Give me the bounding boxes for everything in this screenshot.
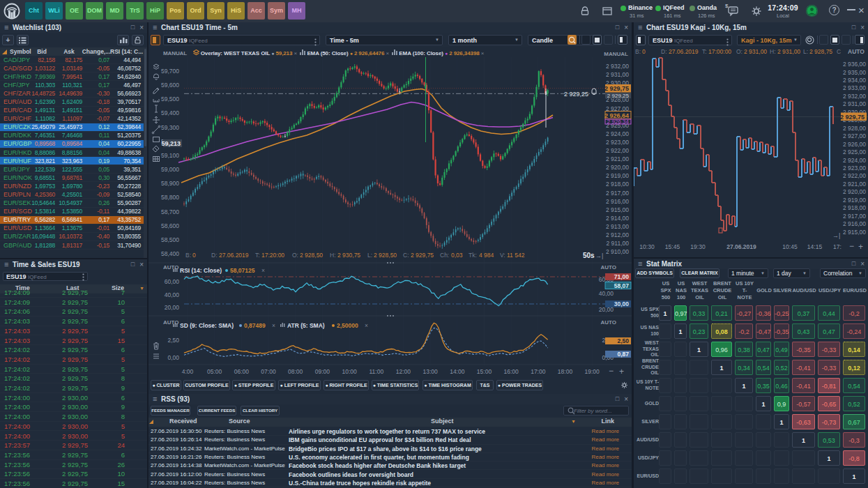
svg-text:0,87489: 0,87489: [244, 322, 266, 329]
svg-text:2 920,00: 2 920,00: [606, 164, 629, 171]
svg-text:2 928,75: 2 928,75: [809, 48, 832, 55]
svg-text:Ch:: Ch:: [440, 252, 449, 259]
svg-text:27.06.2019: 27.06.2019: [669, 48, 699, 55]
svg-text:2 921,00: 2 921,00: [606, 155, 629, 162]
svg-text:+: +: [619, 367, 624, 376]
svg-text:15:00: 15:00: [477, 368, 492, 375]
svg-text:2 911,00: 2 911,00: [607, 240, 630, 247]
svg-text:2 933,00: 2 933,00: [843, 84, 866, 91]
svg-text:15:45: 15:45: [665, 243, 680, 250]
svg-text:2 919,00: 2 919,00: [843, 197, 866, 204]
svg-text:2 926,00: 2 926,00: [843, 141, 866, 148]
svg-text:2 924,00: 2 924,00: [843, 157, 866, 164]
svg-text:58,600: 58,600: [161, 222, 179, 229]
svg-text:AUTO: AUTO: [600, 264, 616, 270]
svg-text:2 920,00: 2 920,00: [843, 188, 866, 195]
svg-text:27.06.2019: 27.06.2019: [726, 243, 756, 250]
svg-text:D:: D:: [661, 48, 667, 55]
svg-text:2 932,00: 2 932,00: [843, 93, 866, 100]
svg-text:H:: H:: [330, 252, 336, 259]
svg-text:ATR (5: SMA): ATR (5: SMA): [287, 322, 325, 329]
svg-text:2 910,00: 2 910,00: [606, 248, 629, 255]
svg-text:2 915,00: 2 915,00: [843, 229, 866, 236]
svg-text:×: ×: [365, 322, 368, 329]
svg-text:2 924,00: 2 924,00: [606, 130, 629, 137]
svg-text:−: −: [849, 241, 854, 251]
svg-text:2 923,00: 2 923,00: [606, 139, 629, 146]
svg-text:0: 0: [642, 48, 646, 55]
svg-text:58,400: 58,400: [161, 250, 179, 257]
svg-text:58,07: 58,07: [614, 282, 630, 289]
svg-text:4 984: 4 984: [479, 252, 494, 259]
svg-text:08:00: 08:00: [288, 368, 303, 375]
svg-text:0: 0: [192, 252, 196, 259]
svg-text:59,500: 59,500: [161, 96, 179, 102]
svg-text:58,700: 58,700: [161, 208, 179, 215]
svg-text:2 932,00: 2 932,00: [606, 63, 629, 70]
svg-text:17:20:00: 17:20:00: [261, 252, 284, 259]
svg-text:30,00: 30,00: [614, 300, 630, 307]
svg-text:27.06.2019: 27.06.2019: [219, 252, 249, 259]
svg-text:17:00:00: 17:00:00: [708, 48, 731, 55]
svg-text:2 935,00: 2 935,00: [843, 69, 866, 76]
svg-text:2,50: 2,50: [617, 337, 629, 344]
svg-text:+: +: [858, 242, 863, 252]
svg-text:2 929,25: 2 929,25: [607, 93, 630, 99]
svg-text:→|: →|: [595, 252, 603, 259]
svg-text:2 928,00: 2 928,00: [843, 125, 866, 132]
svg-text:59,000: 59,000: [161, 166, 179, 173]
svg-text:59,213: 59,213: [161, 140, 181, 147]
svg-text:D:: D:: [211, 252, 218, 259]
svg-text:2 931,00: 2 931,00: [843, 100, 866, 107]
svg-text:2 928,50: 2 928,50: [300, 252, 323, 259]
svg-text:2 930,75: 2 930,75: [337, 252, 360, 259]
svg-text:AUTO: AUTO: [848, 48, 865, 55]
svg-text:T:: T:: [702, 48, 707, 55]
svg-text:2 913,00: 2 913,00: [606, 223, 629, 230]
svg-text:L:: L:: [367, 252, 372, 259]
svg-text:2 921,00: 2 921,00: [843, 181, 866, 188]
svg-text:2 922,00: 2 922,00: [606, 147, 629, 154]
svg-text:11:00: 11:00: [369, 368, 383, 375]
svg-text:58,900: 58,900: [161, 180, 179, 187]
svg-text:2 916,00: 2 916,00: [843, 220, 866, 227]
svg-text:0,03: 0,03: [451, 252, 463, 259]
svg-text:B:: B:: [185, 252, 191, 259]
svg-text:2 918,00: 2 918,00: [843, 204, 866, 211]
svg-text:11 542: 11 542: [507, 252, 525, 259]
svg-text:59,100: 59,100: [161, 152, 179, 159]
svg-text:2 916,00: 2 916,00: [606, 198, 629, 205]
svg-text:AUTO: AUTO: [600, 319, 616, 326]
svg-text:0,00: 0,00: [167, 354, 179, 361]
svg-text:V:: V:: [500, 252, 505, 259]
svg-text:2 929,75: 2 929,75: [604, 85, 629, 92]
svg-text:2 931,00: 2 931,00: [606, 71, 629, 78]
svg-text:−: −: [609, 366, 614, 376]
svg-text:60,00: 60,00: [165, 278, 180, 285]
svg-text:40,00: 40,00: [165, 291, 180, 298]
svg-text:14:00: 14:00: [450, 368, 465, 375]
svg-text:2 915,00: 2 915,00: [606, 206, 629, 213]
svg-text:58,07125: 58,07125: [230, 267, 255, 274]
svg-text:Tk:: Tk:: [469, 252, 477, 259]
svg-text:2 923,00: 2 923,00: [843, 165, 866, 171]
svg-text:2 926,64: 2 926,64: [604, 112, 629, 119]
svg-text:2 919,00: 2 919,00: [606, 172, 629, 179]
svg-text:19:30: 19:30: [690, 243, 706, 250]
svg-text:2 929,25: 2 929,25: [564, 91, 588, 98]
svg-text:06:00: 06:00: [234, 368, 250, 375]
svg-text:2,50000: 2,50000: [337, 322, 358, 329]
svg-text:58,500: 58,500: [161, 236, 179, 243]
svg-text:2 918,00: 2 918,00: [606, 181, 629, 188]
svg-text:×: ×: [272, 322, 275, 329]
svg-text:2 926,34: 2 926,34: [607, 119, 630, 125]
svg-text:2,50: 2,50: [167, 337, 179, 344]
svg-text:59,700: 59,700: [161, 68, 179, 75]
svg-text:×: ×: [261, 267, 265, 274]
svg-text:2 922,00: 2 922,00: [843, 172, 866, 179]
svg-text:2 925,00: 2 925,00: [843, 148, 866, 155]
svg-text:O:: O:: [292, 252, 298, 259]
svg-text:2 931,00: 2 931,00: [744, 48, 767, 55]
svg-text:T:: T:: [255, 252, 260, 259]
svg-text:12:00: 12:00: [396, 368, 411, 375]
